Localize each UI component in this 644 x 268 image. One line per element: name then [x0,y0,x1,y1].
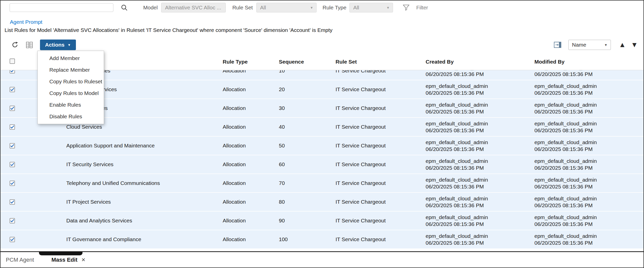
row-checkbox-checked[interactable] [10,70,15,73]
column-header-created-by[interactable]: Created By [426,59,534,65]
tab-mass-edit[interactable]: Mass Edit × [51,256,85,264]
agent-prompt-text: List Rules for Model 'Alternative SVC Al… [5,26,643,34]
rule-name: IT Project Services [66,199,223,205]
modified-by: epm_default_cloud_admin06/20/2025 08:15:… [534,70,643,78]
table-row[interactable]: IT Security Services Allocation 60 IT Se… [1,155,643,174]
rule-set: IT Service Chargeout [336,105,426,111]
row-checkbox-checked[interactable] [10,124,15,130]
rule-type: Allocation [223,86,279,92]
rule-sequence: 50 [279,143,336,149]
agent-prompt-link[interactable]: Agent Prompt [10,18,42,26]
chevron-down-icon: ▼ [68,43,71,47]
menu-item-copy-rules-to-ruleset[interactable]: Copy Rules to Ruleset [38,76,104,87]
rule-type: Allocation [223,199,279,205]
rule-type: Allocation [223,236,279,242]
rule-set: IT Service Chargeout [336,161,426,167]
rule-sequence: 100 [279,236,336,242]
sort-descending-icon[interactable]: ▼ [631,41,638,48]
actions-button[interactable]: Actions ▼ [40,40,76,50]
chevron-down-icon: ▼ [225,6,226,10]
close-tab-icon[interactable]: × [81,256,85,264]
modified-by: epm_default_cloud_admin06/20/2025 08:15:… [534,101,643,115]
table-row[interactable]: IT Project Services Allocation 80 IT Ser… [1,193,643,212]
chevron-down-icon: ▼ [310,6,313,10]
row-checkbox-checked[interactable] [10,106,15,111]
chevron-down-icon: ▼ [386,6,390,10]
table-row[interactable]: IT Governance and Compliance Allocation … [1,230,643,249]
modified-by: epm_default_cloud_admin06/20/2025 08:15:… [534,233,643,246]
rule-set: IT Service Chargeout [336,218,426,224]
sort-ascending-icon[interactable]: ▲ [619,41,626,48]
column-header-rule-type[interactable]: Rule Type [223,59,279,65]
select-all-checkbox[interactable] [10,59,15,64]
column-header-sequence[interactable]: Sequence [279,59,336,65]
actions-button-label: Actions [45,42,65,48]
rule-type: Allocation [223,70,279,74]
modified-by: epm_default_cloud_admin06/20/2025 08:15:… [534,214,643,227]
rule-sequence: 30 [279,105,336,111]
created-by: epm_default_cloud_admin06/20/2025 08:15:… [426,176,534,190]
rule-sequence: 40 [279,124,336,130]
filter-label: Filter [416,5,428,11]
model-label: Model [143,5,158,11]
created-by: epm_default_cloud_admin06/20/2025 08:15:… [426,70,534,78]
column-header-modified-by[interactable]: Modified By [534,59,643,65]
table-row[interactable]: Telephony and Unified Communications All… [1,174,643,193]
rule-type-select[interactable]: All ▼ [349,3,393,12]
sort-field-select[interactable]: Name ▼ [568,40,611,50]
modified-by: epm_default_cloud_admin06/20/2025 08:15:… [534,83,643,96]
rule-type: Allocation [223,105,279,111]
rule-set: IT Service Chargeout [336,70,426,74]
top-bar: Model Alternative SVC Alloc ... ▼ Rule S… [1,1,643,15]
row-checkbox-checked[interactable] [10,162,15,167]
rule-set-select[interactable]: All ▼ [256,3,317,12]
rule-sequence: 70 [279,180,336,186]
rule-set: IT Service Chargeout [336,236,426,242]
row-checkbox-checked[interactable] [10,218,15,223]
row-checkbox-checked[interactable] [10,237,15,242]
table-row[interactable]: Application Support and Maintenance Allo… [1,137,643,155]
rule-set-label: Rule Set [232,5,253,11]
tab-mass-edit-label: Mass Edit [51,257,77,263]
refresh-icon[interactable] [11,41,19,49]
rule-set: IT Service Chargeout [336,124,426,130]
created-by: epm_default_cloud_admin06/20/2025 08:15:… [426,120,534,134]
created-by: epm_default_cloud_admin06/20/2025 08:15:… [426,139,534,152]
row-checkbox-checked[interactable] [10,143,15,148]
rule-set: IT Service Chargeout [336,143,426,149]
row-checkbox-checked[interactable] [10,199,15,205]
menu-item-copy-rules-to-model[interactable]: Copy Rules to Model [38,87,104,99]
table-columns-icon[interactable] [26,42,33,48]
chevron-down-icon: ▼ [604,43,608,47]
rule-type: Allocation [223,143,279,149]
rule-name: Cloud Services [66,124,223,130]
model-select[interactable]: Alternative SVC Alloc ... ▼ [161,3,226,12]
filter-icon[interactable] [403,4,410,11]
created-by: epm_default_cloud_admin06/20/2025 08:15:… [426,158,534,171]
table-row[interactable]: Data and Analytics Services Allocation 9… [1,212,643,230]
rule-type-select-value: All [353,5,359,11]
modified-by: epm_default_cloud_admin06/20/2025 08:15:… [534,120,643,134]
rule-name: IT Governance and Compliance [66,236,223,242]
menu-item-disable-rules[interactable]: Disable Rules [38,111,104,122]
tab-pcm-agent[interactable]: PCM Agent [6,257,34,263]
detach-icon[interactable] [554,41,562,48]
search-input[interactable] [10,4,113,12]
column-header-rule-set[interactable]: Rule Set [336,59,426,65]
menu-item-enable-rules[interactable]: Enable Rules [38,99,104,111]
created-by: epm_default_cloud_admin06/20/2025 08:15:… [426,101,534,115]
rule-name: IT Security Services [66,161,223,167]
menu-item-add-member[interactable]: Add Member [38,52,104,64]
rule-type: Allocation [223,161,279,167]
rule-set: IT Service Chargeout [336,180,426,186]
search-icon[interactable] [120,4,128,11]
active-tab-indicator [39,252,82,255]
search-box [10,3,113,12]
row-checkbox-checked[interactable] [10,87,15,92]
row-checkbox-checked[interactable] [10,181,15,186]
sort-field-select-value: Name [572,42,586,48]
rule-type: Allocation [223,124,279,130]
rule-sequence: 60 [279,161,336,167]
menu-item-replace-member[interactable]: Replace Member [38,64,104,76]
tab-pcm-agent-label: PCM Agent [6,257,34,263]
